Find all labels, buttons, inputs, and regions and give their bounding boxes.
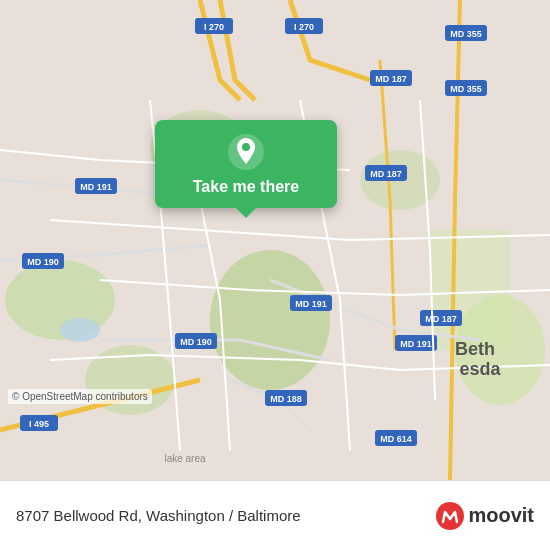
svg-point-44 — [436, 502, 464, 530]
svg-text:MD 190: MD 190 — [27, 257, 59, 267]
svg-text:MD 355: MD 355 — [450, 29, 482, 39]
svg-text:Beth: Beth — [455, 339, 495, 359]
svg-text:MD 191: MD 191 — [80, 182, 112, 192]
svg-text:esda: esda — [459, 359, 501, 379]
svg-text:lake area: lake area — [164, 453, 206, 464]
moovit-logo-icon — [436, 502, 464, 530]
svg-text:MD 191: MD 191 — [400, 339, 432, 349]
map-copyright: © OpenStreetMap contributors — [8, 389, 152, 404]
svg-point-8 — [60, 318, 100, 342]
take-me-there-popup[interactable]: Take me there — [155, 120, 337, 208]
bottom-bar: 8707 Bellwood Rd, Washington / Baltimore… — [0, 480, 550, 550]
svg-text:I 270: I 270 — [294, 22, 314, 32]
svg-text:MD 190: MD 190 — [180, 337, 212, 347]
svg-point-43 — [242, 143, 250, 151]
svg-text:I 495: I 495 — [29, 419, 49, 429]
svg-text:MD 355: MD 355 — [450, 84, 482, 94]
svg-text:MD 188: MD 188 — [270, 394, 302, 404]
svg-text:MD 187: MD 187 — [375, 74, 407, 84]
svg-text:MD 614: MD 614 — [380, 434, 412, 444]
svg-text:MD 187: MD 187 — [370, 169, 402, 179]
popup-label: Take me there — [193, 178, 299, 196]
moovit-logo: moovit — [436, 502, 534, 530]
svg-text:I 270: I 270 — [204, 22, 224, 32]
svg-text:MD 191: MD 191 — [295, 299, 327, 309]
address-text: 8707 Bellwood Rd, Washington / Baltimore — [16, 507, 301, 524]
svg-point-3 — [210, 250, 330, 390]
svg-text:MD 187: MD 187 — [425, 314, 457, 324]
location-pin-icon — [228, 134, 264, 170]
map-container: I 270 MD 355 MD 355 I 270 MD 187 MD 187 … — [0, 0, 550, 480]
map-svg: I 270 MD 355 MD 355 I 270 MD 187 MD 187 … — [0, 0, 550, 480]
moovit-text: moovit — [468, 504, 534, 527]
